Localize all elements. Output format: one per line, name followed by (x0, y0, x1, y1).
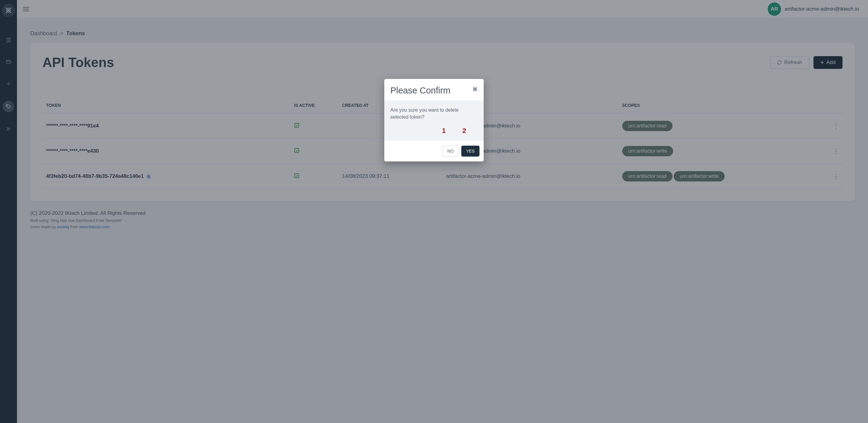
modal-close-icon[interactable]: ✖ (472, 86, 478, 93)
modal-overlay[interactable]: Please Confirm ✖ Are you sure you want t… (0, 0, 868, 423)
modal-title: Please Confirm (390, 86, 451, 95)
modal-body-text: Are you sure you want to delete selected… (390, 107, 478, 120)
annotation-2: 2 (463, 126, 466, 136)
annotation-1: 1 (442, 126, 446, 136)
modal-no-button[interactable]: NO (442, 146, 459, 157)
confirm-modal: Please Confirm ✖ Are you sure you want t… (384, 79, 484, 162)
modal-yes-button[interactable]: YES (461, 146, 479, 157)
